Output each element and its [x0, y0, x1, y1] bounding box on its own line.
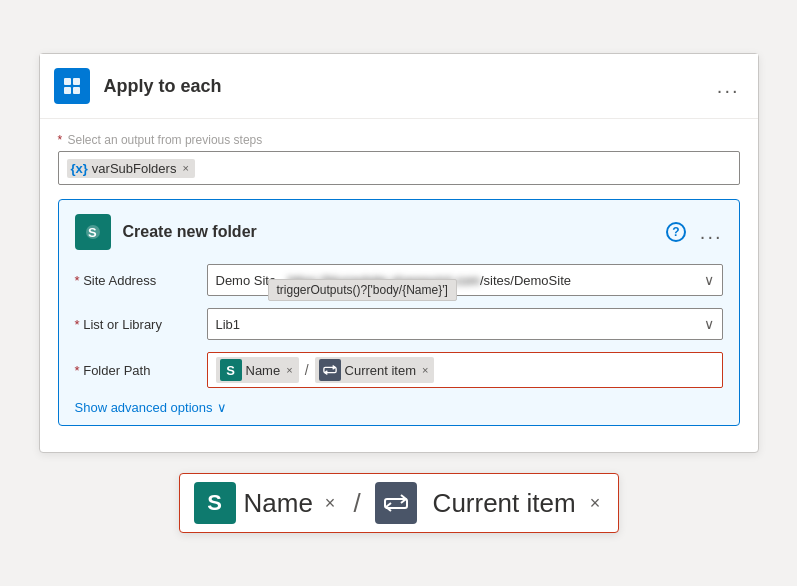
inner-card-title: Create new folder: [123, 223, 666, 241]
token-close-button[interactable]: ×: [182, 162, 188, 174]
help-icon[interactable]: ?: [666, 222, 686, 242]
select-output-label: * Select an output from previous steps: [58, 133, 740, 147]
advanced-chevron: ∨: [217, 400, 227, 415]
apply-to-each-header: Apply to each ...: [40, 54, 758, 119]
select-output-input[interactable]: {x} varSubFolders ×: [58, 151, 740, 185]
folder-path-field[interactable]: S Name × /: [207, 352, 723, 388]
svg-rect-1: [73, 78, 80, 85]
tooltip-current-item-close[interactable]: ×: [590, 493, 601, 514]
list-library-chevron[interactable]: ∨: [704, 316, 714, 332]
apply-to-each-icon: [54, 68, 90, 104]
token-fx-icon: {x}: [71, 161, 88, 176]
svg-rect-0: [64, 78, 71, 85]
tooltip-current-item-label: Current item: [433, 488, 576, 519]
inner-dots-button[interactable]: ...: [700, 222, 723, 242]
trigger-tooltip: triggerOutputs()?['body/{Name}']: [268, 279, 457, 301]
svg-text:S: S: [88, 225, 97, 240]
folder-path-label: * Folder Path: [75, 363, 195, 378]
tooltip-name-label: Name: [244, 488, 313, 519]
name-token-icon: S: [220, 359, 242, 381]
advanced-options-link[interactable]: Show advanced options ∨: [75, 400, 723, 415]
current-item-token[interactable]: Current item ×: [315, 357, 435, 383]
var-sub-folders-token[interactable]: {x} varSubFolders ×: [67, 159, 195, 178]
header-actions: ...: [717, 76, 740, 96]
inner-header-actions: ? ...: [666, 222, 723, 242]
folder-path-row: * Folder Path S Name × /: [75, 352, 723, 388]
current-item-token-icon: [319, 359, 341, 381]
tooltip-slash: /: [353, 488, 360, 519]
current-item-token-close[interactable]: ×: [422, 364, 428, 376]
folder-path-tooltip: S Name × / Current item ×: [179, 473, 619, 533]
list-library-row: * List or Library Lib1 triggerOutputs()?…: [75, 308, 723, 340]
site-address-chevron[interactable]: ∨: [704, 272, 714, 288]
path-slash: /: [305, 362, 309, 378]
list-library-field[interactable]: Lib1 triggerOutputs()?['body/{Name}'] ∨: [207, 308, 723, 340]
tooltip-s-icon: S: [194, 482, 236, 524]
tooltip-name-close[interactable]: ×: [325, 493, 336, 514]
header-dots-button[interactable]: ...: [717, 76, 740, 96]
token-label: varSubFolders: [92, 161, 177, 176]
svg-rect-3: [73, 87, 80, 94]
create-new-folder-card: S Create new folder ? ... * Site Address: [58, 199, 740, 426]
svg-rect-2: [64, 87, 71, 94]
sharepoint-icon: S: [75, 214, 111, 250]
list-library-label: * List or Library: [75, 317, 195, 332]
tooltip-apply-icon: [375, 482, 417, 524]
card-title: Apply to each: [104, 76, 717, 97]
inner-card-header: S Create new folder ? ...: [75, 214, 723, 250]
name-token[interactable]: S Name ×: [216, 357, 299, 383]
site-address-label: * Site Address: [75, 273, 195, 288]
name-token-close[interactable]: ×: [286, 364, 292, 376]
